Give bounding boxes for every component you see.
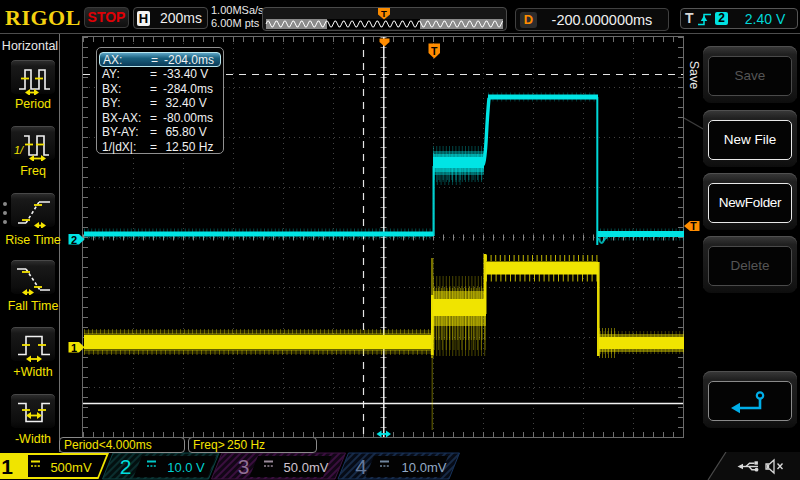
svg-text:2: 2	[71, 234, 77, 246]
svg-text:1: 1	[71, 342, 77, 354]
svg-text:T: T	[690, 220, 697, 232]
svg-text:T: T	[431, 45, 438, 57]
